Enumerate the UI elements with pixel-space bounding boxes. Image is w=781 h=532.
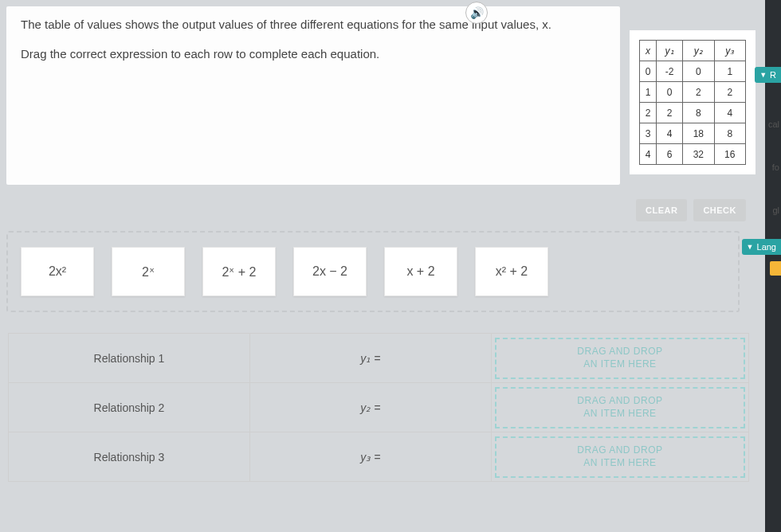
values-table-container: x y₁ y₂ y₃ 0-201 1022 2284 34188 463216: [630, 30, 755, 174]
drop-zone-y1[interactable]: DRAG AND DROPAN ITEM HERE: [495, 338, 745, 379]
tile-2x-minus-2[interactable]: 2x − 2: [293, 247, 367, 296]
tile-x-plus-2[interactable]: x + 2: [384, 247, 457, 296]
clear-button[interactable]: CLEAR: [636, 199, 687, 221]
rail-label-fo: fo: [772, 162, 779, 172]
col-y3: y₃: [714, 41, 745, 61]
table-row: 34188: [640, 123, 746, 144]
rail-label-cal: cal: [768, 119, 779, 129]
values-table: x y₁ y₂ y₃ 0-201 1022 2284 34188 463216: [639, 40, 746, 165]
prompt-line-1: The table of values shows the output val…: [21, 16, 606, 34]
check-button[interactable]: CHECK: [693, 199, 746, 221]
chevron-down-icon: ▼: [747, 243, 754, 251]
rail-label-gl: gl: [772, 205, 779, 215]
col-x: x: [640, 41, 657, 61]
table-row: 1022: [640, 82, 746, 103]
tile-2-to-x-plus-2[interactable]: 2ˣ + 2: [202, 247, 276, 296]
speaker-icon: 🔊: [470, 6, 484, 19]
equation-label: y₂ =: [249, 383, 491, 432]
table-row: 463216: [640, 144, 746, 165]
draggable-tiles-tray: 2x² 2ˣ 2ˣ + 2 2x − 2 x + 2 x² + 2: [6, 231, 740, 312]
question-prompt: The table of values shows the output val…: [6, 6, 620, 185]
drop-zone-y2[interactable]: DRAG AND DROPAN ITEM HERE: [495, 387, 745, 428]
table-row: 2284: [640, 103, 746, 123]
relationship-label: Relationship 1: [9, 334, 250, 383]
col-y2: y₂: [683, 41, 714, 61]
answer-table: Relationship 1 y₁ = DRAG AND DROPAN ITEM…: [8, 333, 749, 482]
relationship-label: Relationship 2: [9, 383, 250, 432]
rail-chip-r[interactable]: ▼R: [755, 67, 781, 83]
tile-x-squared-plus-2[interactable]: x² + 2: [475, 247, 548, 296]
rail-chip-lang[interactable]: ▼Lang: [742, 239, 781, 255]
tile-2-to-x[interactable]: 2ˣ: [112, 247, 185, 296]
rail-chip-en[interactable]: [770, 261, 781, 276]
chevron-down-icon: ▼: [759, 71, 767, 79]
audio-button[interactable]: 🔊: [465, 2, 488, 24]
drop-zone-y3[interactable]: DRAG AND DROPAN ITEM HERE: [495, 436, 745, 478]
prompt-line-2: Drag the correct expression to each row …: [21, 45, 606, 64]
equation-label: y₃ =: [249, 432, 491, 482]
equation-label: y₁ =: [249, 334, 491, 383]
col-y1: y₁: [657, 41, 683, 61]
table-row: 0-201: [640, 61, 746, 82]
tile-2x-squared[interactable]: 2x²: [21, 247, 94, 296]
relationship-label: Relationship 3: [9, 432, 250, 482]
